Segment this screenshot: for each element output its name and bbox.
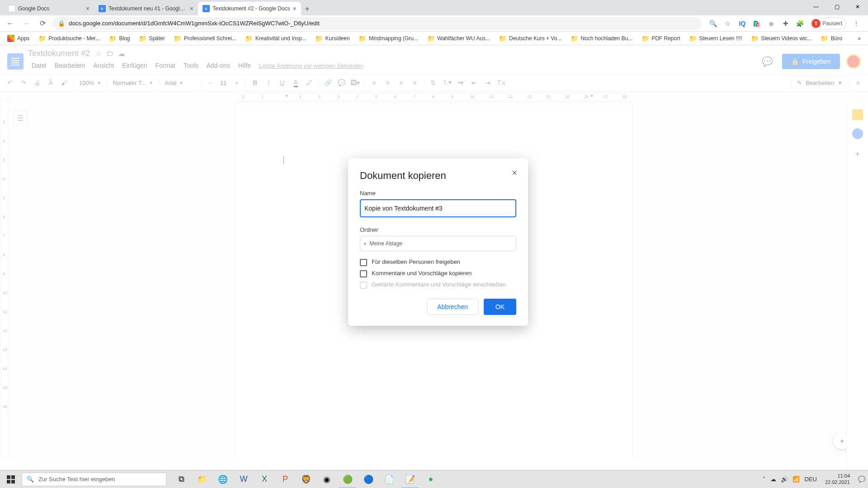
taskbar-app-explorer[interactable]: 📁 [192,470,212,488]
bookmark-item[interactable]: 📁Büro [817,33,846,44]
bookmark-item[interactable]: 📁Blog [105,33,133,44]
folder-icon: 📁 [174,35,181,42]
bookmark-item[interactable]: 📁Steuern Videos wic... [747,33,816,44]
apps-bookmark[interactable]: Apps [4,33,33,44]
taskbar-search[interactable]: 🔍 Zur Suche Text hier eingeben [22,473,166,486]
folder-icon: 📁 [642,35,649,42]
folder-icon: ▪ [364,240,366,247]
taskbar-app-edge2[interactable]: 🔵 [358,470,379,488]
taskbar-app-edge[interactable]: 🌐 [212,470,233,488]
folder-icon: 📁 [359,35,366,42]
lock-icon: 🔒 [58,20,65,27]
taskbar-app-spotify[interactable]: ● [420,470,441,488]
close-tab-icon[interactable]: × [86,5,90,12]
bookmark-item[interactable]: 📁Wahlfächer WU Aus... [424,33,494,44]
bookmark-star-icon[interactable]: ☆ [723,19,732,28]
taskbar-app-powerpoint[interactable]: P [275,470,296,488]
windows-taskbar: 🔍 Zur Suche Text hier eingeben ⧉ 📁 🌐 W X… [0,470,868,488]
reload-button[interactable]: ⟳ [36,17,49,30]
ok-button[interactable]: OK [484,299,516,315]
avatar-icon: T [811,19,821,28]
bookmark-item[interactable]: 📁Produktsuche - Mer... [35,33,104,44]
task-view-button[interactable]: ⧉ [171,470,192,488]
url-text: docs.google.com/document/d/1dGmfcW4CmW1g… [69,20,320,27]
favicon-icon: ≡ [99,5,106,12]
start-button[interactable] [0,470,22,488]
folder-icon: 📁 [751,35,758,42]
tray-cloud-icon[interactable]: ☁ [770,476,776,483]
apps-icon [7,35,14,42]
taskbar-app-obs[interactable]: ◉ [316,470,337,488]
browser-tab-strip: Google Docs × ≡ Textdokument neu #1 - Go… [0,0,868,15]
extension-icon[interactable]: ✚ [781,19,790,28]
dialog-title: Dokument kopieren [360,170,516,182]
dialog-close-button[interactable]: × [509,167,520,178]
folder-label: Ordner [360,226,516,233]
taskbar-app-word[interactable]: W [233,470,254,488]
window-controls: — ▢ ✕ [806,0,868,14]
tab-title: Google Docs [18,5,83,12]
extensions-puzzle-icon[interactable]: 🧩 [796,19,805,28]
copy-comments-checkbox[interactable]: Kommentare und Vorschläge kopieren [360,270,516,277]
minimize-button[interactable]: — [806,0,826,14]
tab-title: Textdokument neu #1 - Google D [108,5,187,12]
address-bar: ← → ⟳ 🔒 docs.google.com/document/d/1dGmf… [0,15,868,32]
forward-button[interactable]: → [20,17,33,30]
folder-icon: 📁 [38,35,46,42]
favicon-icon [8,5,15,12]
copy-name-input[interactable] [360,199,516,217]
browser-tab[interactable]: ≡ Textdokument neu #1 - Google D × [94,2,198,15]
copy-document-dialog: × Dokument kopieren Name Ordner ▪ Meine … [348,158,528,326]
new-tab-button[interactable]: + [301,3,314,15]
share-same-people-checkbox[interactable]: Für dieselben Personen freigeben [360,258,516,266]
tray-network-icon[interactable]: 📶 [793,476,800,483]
bookmark-item[interactable]: 📁Kursideen [312,33,354,44]
zoom-icon[interactable]: 🔍 [709,19,718,28]
taskbar-app[interactable]: 🦁 [296,470,316,488]
tray-overflow-icon[interactable]: ˄ [763,476,766,483]
profile-button[interactable]: T Pausiert [810,18,846,29]
cancel-button[interactable]: Abbrechen [427,299,478,315]
tray-notifications-icon[interactable]: 💬 [858,476,865,483]
bookmark-item[interactable]: 📁Später [135,33,168,44]
bookmark-overflow[interactable]: » [854,33,864,43]
browser-tab-active[interactable]: ≡ Textdokument #2 - Google Docs × [198,2,301,15]
taskbar-app-excel[interactable]: X [254,470,275,488]
extension-icon[interactable]: 🛍️ [752,19,761,28]
bookmark-item[interactable]: 📁Professionell Schrei... [170,33,240,44]
bookmark-item[interactable]: 📁Mindmapping (Gru... [355,33,422,44]
bookmark-item[interactable]: 📁Steuern Lesen !!!! [685,33,745,44]
tray-language[interactable]: DEU [804,476,816,483]
taskbar-app-notepad[interactable]: 📝 [400,470,420,488]
bookmark-item[interactable]: 📁Noch hochladen Bu... [567,33,636,44]
folder-icon: 📁 [245,35,253,42]
extension-icon[interactable]: IQ [738,19,747,28]
browser-tab[interactable]: Google Docs × [4,2,94,15]
taskbar-app[interactable]: 📄 [379,470,400,488]
folder-icon: 📁 [499,35,506,42]
name-label: Name [360,190,516,197]
bookmark-item[interactable]: 📁PDF Report [638,33,684,44]
folder-icon: 📁 [571,35,578,42]
checkbox-icon [360,270,367,277]
folder-icon: 📁 [316,35,323,42]
folder-icon: 📁 [109,35,116,42]
tray-volume-icon[interactable]: 🔊 [781,476,788,483]
close-tab-icon[interactable]: × [190,5,193,12]
bookmark-item[interactable]: 📁Kreativität und Insp... [242,33,310,44]
extension-icon[interactable]: ◉ [767,19,776,28]
chrome-menu-icon[interactable]: ⋮ [852,19,861,28]
favicon-icon: ≡ [203,5,210,12]
folder-icon: 📁 [821,35,828,42]
tray-clock[interactable]: 11:04 22.02.2021 [821,473,854,485]
maximize-button[interactable]: ▢ [826,0,847,14]
folder-select[interactable]: ▪ Meine Ablage [360,236,516,251]
back-button[interactable]: ← [4,17,16,30]
windows-logo-icon [7,475,15,483]
taskbar-app-chrome[interactable]: 🟢 [337,470,358,488]
close-tab-icon[interactable]: × [292,5,296,12]
close-window-button[interactable]: ✕ [847,0,868,14]
url-field[interactable]: 🔒 docs.google.com/document/d/1dGmfcW4CmW… [52,17,702,30]
folder-icon: 📁 [139,35,146,42]
bookmark-item[interactable]: 📁Deutsche Kurs + Vo... [495,33,565,44]
